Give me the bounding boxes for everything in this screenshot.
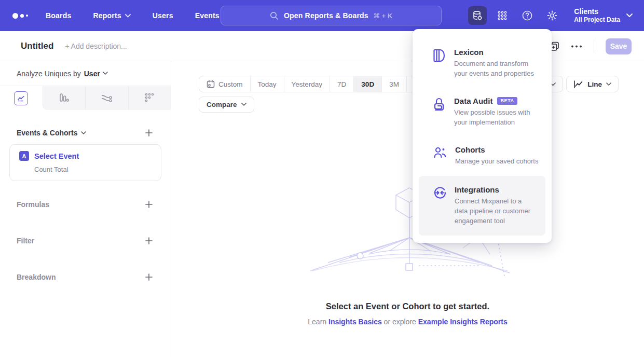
chevron-down-icon [125, 14, 131, 18]
help-icon [522, 10, 533, 21]
add-event-button[interactable] [145, 129, 153, 137]
help-button[interactable] [518, 6, 537, 25]
empty-state-middle: or explore [384, 318, 416, 326]
settings-button[interactable] [543, 6, 561, 25]
add-breakdown-button[interactable] [145, 273, 153, 281]
report-canvas: Custom Today Yesterday 7D 30D 3M 6M Comp… [171, 61, 644, 357]
ellipsis-icon [571, 45, 582, 48]
lexicon-icon [433, 48, 446, 79]
breakdown-section: Breakdown [0, 266, 171, 288]
more-options-button[interactable] [571, 45, 582, 48]
insights-basics-link[interactable]: Insights Basics [328, 318, 382, 326]
chevron-down-icon [81, 131, 86, 135]
events-cohorts-label: Events & Cohorts [17, 129, 77, 137]
date-range-today[interactable]: Today [250, 76, 284, 92]
plus-icon [145, 200, 153, 209]
data-management-icon [472, 10, 483, 21]
analyze-uniques-row: Analyze Uniques by User [0, 61, 171, 86]
report-description-placeholder[interactable]: + Add description... [65, 42, 127, 50]
header-divider [594, 39, 594, 53]
date-range-custom[interactable]: Custom [199, 76, 250, 92]
bar-chart-tab[interactable] [43, 86, 86, 110]
mixpanel-logo-icon[interactable] [12, 13, 28, 19]
event-row-card[interactable]: A Select Event Count Total [9, 144, 161, 181]
compare-label: Compare [207, 101, 237, 108]
date-range-3m[interactable]: 3M [381, 76, 406, 92]
nav-item-users-label: Users [153, 11, 173, 20]
count-total-selector[interactable]: Count Total [34, 166, 154, 173]
cohorts-icon [433, 145, 447, 167]
date-range-custom-label: Custom [218, 80, 243, 88]
search-placeholder: Open Reports & Boards [284, 11, 368, 20]
date-range-30d[interactable]: 30D [353, 76, 381, 92]
project-name: All Project Data [574, 16, 620, 24]
nav-item-boards-label: Boards [46, 11, 71, 20]
nav-item-events[interactable]: Events [195, 11, 220, 20]
chevron-down-icon [626, 13, 633, 18]
analyze-label: Analyze Uniques by [17, 70, 81, 78]
chart-type-tabs [0, 86, 171, 110]
nav-item-boards[interactable]: Boards [46, 11, 71, 20]
menu-item-integrations-title: Integrations [455, 185, 536, 194]
beta-badge: BETA [497, 97, 517, 105]
menu-item-lexicon-description: Document and transform your events and p… [454, 59, 541, 79]
report-title[interactable]: Untitled [21, 41, 53, 51]
search-shortcut: ⌘ + K [374, 12, 392, 20]
data-audit-icon [433, 97, 446, 128]
settings-icon [546, 10, 558, 21]
grid-tab[interactable] [128, 86, 171, 110]
menu-item-cohorts[interactable]: Cohorts Manage your saved cohorts [413, 145, 552, 167]
formulas-label: Formulas [17, 200, 49, 209]
select-event-button[interactable]: Select Event [34, 152, 79, 160]
line-chart-icon [573, 80, 583, 89]
formulas-section: Formulas [0, 194, 171, 215]
filter-label: Filter [17, 237, 34, 245]
data-management-button[interactable] [468, 6, 487, 25]
menu-item-data-audit-title: Data Audit BETA [454, 97, 541, 105]
menu-item-data-audit-description: View possible issues with your implement… [454, 108, 541, 128]
grid-tab-icon [144, 92, 155, 104]
integrations-icon [433, 185, 446, 226]
series-badge: A [19, 151, 29, 161]
chevron-down-icon [103, 72, 108, 75]
plus-icon [145, 237, 153, 245]
apps-grid-button[interactable] [493, 6, 512, 25]
chart-type-value: Line [587, 80, 602, 88]
add-formula-button[interactable] [145, 200, 153, 209]
query-builder-sidebar: Analyze Uniques by User [0, 61, 171, 357]
project-selector[interactable]: Clients All Project Data [574, 7, 633, 24]
events-cohorts-header: Events & Cohorts [0, 126, 171, 140]
menu-item-integrations-description: Connect Mixpanel to a data pipeline or c… [455, 197, 536, 226]
nav-item-reports[interactable]: Reports [93, 11, 130, 20]
menu-item-cohorts-description: Manage your saved cohorts [455, 157, 538, 167]
data-management-menu: Lexicon Document and transform your even… [413, 29, 552, 243]
example-insights-reports-link[interactable]: Example Insights Reports [418, 318, 508, 326]
date-range-yesterday[interactable]: Yesterday [284, 76, 330, 92]
plus-icon [145, 273, 153, 281]
calendar-icon [207, 80, 215, 88]
chevron-down-icon [606, 83, 611, 86]
menu-item-integrations[interactable]: Integrations Connect Mixpanel to a data … [419, 176, 545, 236]
analyze-entity-dropdown[interactable]: User [84, 70, 108, 78]
menu-item-lexicon[interactable]: Lexicon Document and transform your even… [413, 48, 552, 79]
line-chart-tab[interactable] [0, 86, 43, 110]
nav-item-reports-label: Reports [93, 11, 121, 20]
flows-tab[interactable] [85, 86, 128, 110]
breakdown-label: Breakdown [17, 273, 56, 281]
line-chart-tab-icon [14, 91, 28, 105]
menu-item-data-audit[interactable]: Data Audit BETA View possible issues wit… [413, 97, 552, 128]
global-search-input[interactable]: Open Reports & Boards ⌘ + K [221, 6, 442, 25]
date-range-7d[interactable]: 7D [330, 76, 353, 92]
empty-state-title: Select an Event or Cohort to get started… [171, 301, 644, 311]
compare-button[interactable]: Compare [199, 97, 254, 113]
chart-type-dropdown[interactable]: Line [566, 76, 619, 92]
top-navigation-bar: Boards Reports Users Events Open Reports… [0, 0, 644, 31]
save-button[interactable]: Save [606, 38, 632, 54]
empty-state-subtitle: Learn Insights Basics or explore Example… [171, 318, 644, 326]
add-filter-button[interactable] [145, 237, 153, 245]
nav-item-events-label: Events [195, 11, 220, 20]
menu-item-cohorts-title: Cohorts [455, 145, 538, 154]
events-cohorts-title[interactable]: Events & Cohorts [17, 129, 86, 137]
nav-item-users[interactable]: Users [153, 11, 173, 20]
mixpanel-insights-app: Boards Reports Users Events Open Reports… [0, 0, 644, 357]
